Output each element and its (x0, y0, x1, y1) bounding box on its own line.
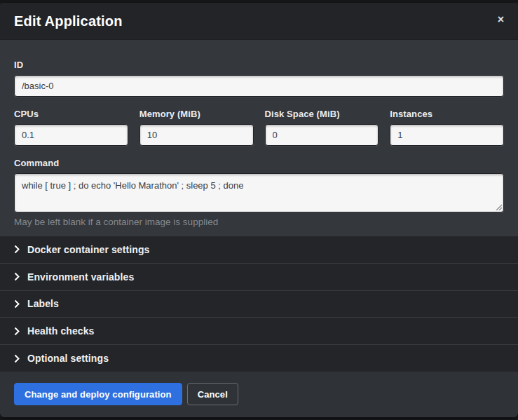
section-environment-variables[interactable]: Environment variables (0, 263, 518, 290)
disk-field-group: Disk Space (MiB) (265, 109, 379, 146)
chevron-right-icon (14, 245, 20, 254)
submit-button[interactable]: Change and deploy configuration (14, 383, 182, 405)
modal-header: Edit Application × (0, 3, 518, 40)
form-body: ID CPUs Memory (MiB) Disk Space (MiB) In (0, 40, 518, 236)
memory-label: Memory (MiB) (139, 109, 254, 119)
id-input[interactable] (14, 75, 504, 97)
chevron-right-icon (14, 354, 20, 363)
chevron-right-icon (14, 272, 20, 281)
section-docker-container-settings[interactable]: Docker container settings (0, 236, 518, 263)
instances-input[interactable] (390, 124, 504, 146)
modal: Edit Application × ID CPUs Memory (MiB) … (0, 3, 518, 417)
command-textarea[interactable]: while [ true ] ; do echo 'Hello Marathon… (14, 173, 504, 212)
section-optional-settings[interactable]: Optional settings (0, 344, 518, 372)
memory-input[interactable] (139, 124, 254, 146)
section-label: Environment variables (27, 271, 134, 283)
section-label: Health checks (27, 325, 94, 337)
section-label: Labels (27, 298, 59, 309)
close-icon[interactable]: × (493, 11, 508, 28)
instances-field-group: Instances (390, 109, 504, 146)
id-field-group: ID (14, 60, 504, 97)
resources-row: CPUs Memory (MiB) Disk Space (MiB) Insta… (14, 109, 504, 146)
accordion: Docker container settings Environment va… (0, 236, 518, 372)
modal-footer: Change and deploy configuration Cancel (0, 372, 518, 417)
command-label: Command (14, 158, 504, 168)
command-field-group: Command while [ true ] ; do echo 'Hello … (14, 158, 504, 227)
section-health-checks[interactable]: Health checks (0, 317, 518, 344)
cpus-label: CPUs (14, 109, 128, 119)
section-label: Optional settings (27, 353, 109, 364)
cancel-button[interactable]: Cancel (187, 383, 238, 405)
id-label: ID (14, 60, 504, 70)
instances-label: Instances (390, 109, 504, 119)
edit-application-dialog: Edit Application × ID CPUs Memory (MiB) … (0, 0, 518, 420)
chevron-right-icon (14, 299, 20, 309)
chevron-right-icon (14, 327, 20, 336)
section-labels[interactable]: Labels (0, 290, 518, 318)
memory-field-group: Memory (MiB) (139, 109, 254, 146)
disk-input[interactable] (265, 124, 379, 146)
section-label: Docker container settings (27, 244, 149, 255)
cpus-input[interactable] (14, 124, 128, 146)
command-help-text: May be left blank if a container image i… (14, 217, 504, 227)
disk-label: Disk Space (MiB) (265, 109, 379, 119)
cpus-field-group: CPUs (14, 109, 128, 146)
page-title: Edit Application (14, 13, 123, 29)
